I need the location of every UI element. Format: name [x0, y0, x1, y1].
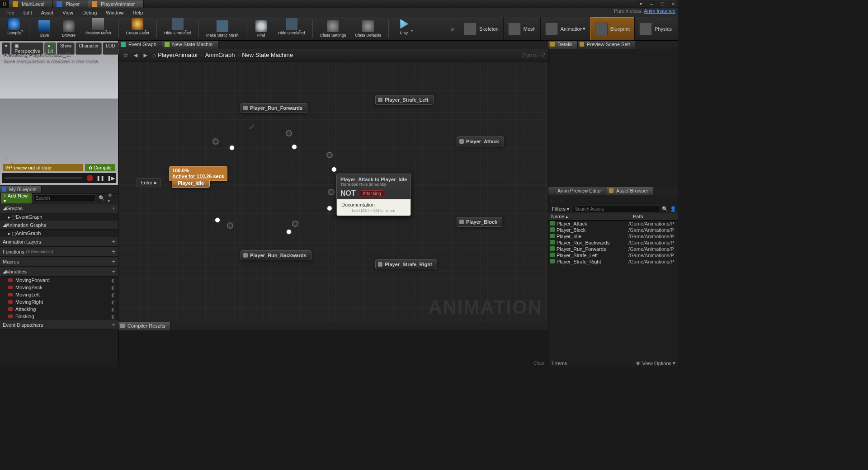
variable-item[interactable]: MovingRight◧: [0, 298, 118, 306]
graph-tab-state-machine[interactable]: New State Machin: [162, 41, 218, 49]
transition-icon[interactable]: [292, 221, 298, 227]
preview-viewport[interactable]: ▾ ▣ Perspective ● Lit Show Character LOD…: [0, 41, 118, 185]
mode-overflow-icon[interactable]: »: [446, 25, 459, 33]
var-visibility-icon[interactable]: ◧: [111, 314, 115, 319]
asset-row[interactable]: Player_Strafe_Right/Game/Animations/P: [548, 258, 678, 265]
favorite-icon[interactable]: ☆: [123, 52, 129, 59]
transition-icon[interactable]: [326, 205, 333, 212]
nav-forward-button[interactable]: ►: [142, 52, 149, 59]
entry-node[interactable]: Entry: [137, 178, 161, 187]
state-node-idle[interactable]: Player_Idle: [172, 178, 210, 188]
clear-button[interactable]: Clear: [533, 361, 544, 366]
viewport-lod-button[interactable]: LOD: [103, 42, 118, 55]
add-variable-button[interactable]: +: [112, 268, 115, 275]
add-graph-button[interactable]: +: [112, 205, 115, 212]
asset-row[interactable]: Player_Idle/Game/Animations/P: [548, 233, 678, 240]
breadcrumb-item[interactable]: PlayerAnimator: [158, 52, 198, 58]
preview-mesh-button[interactable]: Preview Mesh: [82, 16, 115, 41]
macros-category[interactable]: Macros+: [0, 257, 118, 267]
menu-help[interactable]: Help: [128, 9, 147, 16]
asset-row[interactable]: Player_Strafe_Left/Game/Animations/P: [548, 252, 678, 258]
animation-graphs-category[interactable]: ◢Animation Graphs: [0, 221, 118, 230]
parent-class-link[interactable]: Anim Instance: [644, 8, 675, 14]
mode-tab-physics[interactable]: Physics: [634, 17, 676, 40]
variables-category[interactable]: ◢Variables+: [0, 267, 118, 277]
variable-item[interactable]: MovingLeft◧: [0, 291, 118, 298]
timeline-slider[interactable]: [5, 177, 82, 179]
transition-icon[interactable]: [328, 189, 335, 195]
variable-item[interactable]: Attacking◧: [0, 306, 118, 313]
view-options-icon[interactable]: 👁 ▾: [108, 193, 116, 204]
state-node-block[interactable]: Player_Block: [457, 217, 502, 227]
asset-row[interactable]: Player_Run_Backwards/Game/Animations/P: [548, 240, 678, 246]
asset-row[interactable]: Player_Run_Forwards/Game/Animations/P: [548, 246, 678, 252]
menu-view[interactable]: View: [58, 9, 78, 16]
class-defaults-button[interactable]: Class Defaults: [351, 19, 385, 39]
window-tab-player[interactable]: Player: [53, 0, 88, 8]
asset-row[interactable]: Player_Block/Game/Animations/P: [548, 227, 678, 233]
make-static-mesh-button[interactable]: Make Static Mesh: [203, 19, 242, 39]
variable-item[interactable]: Blocking◧: [0, 313, 118, 320]
breadcrumb-item[interactable]: New State Machine: [242, 52, 293, 58]
transition-icon[interactable]: [212, 138, 219, 145]
state-node-strafe-right[interactable]: Player_Strafe_Right: [375, 259, 437, 269]
menu-file[interactable]: File: [2, 9, 19, 16]
asset-options-icon[interactable]: 👤: [670, 206, 676, 212]
save-button[interactable]: Save: [33, 19, 56, 39]
transition-icon[interactable]: [331, 166, 337, 173]
variable-item[interactable]: MovingBack◧: [0, 284, 118, 291]
state-node-attack[interactable]: Player_Attack: [457, 136, 504, 146]
column-path[interactable]: Path: [630, 213, 678, 220]
var-visibility-icon[interactable]: ◧: [111, 307, 115, 312]
transition-icon[interactable]: [326, 152, 333, 158]
menu-window[interactable]: Window: [101, 9, 128, 16]
window-tab-playeranimator[interactable]: PlayerAnimator: [88, 0, 143, 8]
state-node-strafe-left[interactable]: Player_Strafe_Left: [375, 95, 434, 105]
column-name[interactable]: Name ▴: [548, 213, 630, 220]
maximize-button[interactable]: ☐: [657, 1, 667, 7]
var-visibility-icon[interactable]: ◧: [111, 292, 115, 297]
add-dispatcher-button[interactable]: +: [112, 321, 115, 328]
graph-tab-eventgraph[interactable]: Event Graph: [118, 41, 162, 49]
asset-search-input[interactable]: [573, 206, 660, 212]
pause-button[interactable]: ❚❚: [96, 175, 104, 181]
menu-asset[interactable]: Asset: [37, 9, 58, 16]
asset-nav-forward[interactable]: →: [558, 197, 563, 202]
graphs-category[interactable]: ◢Graphs+: [0, 203, 118, 213]
asset-row[interactable]: Player_Attack/Game/Animations/P: [548, 221, 678, 227]
preview-scene-tab[interactable]: Preview Scene Sett: [578, 41, 635, 49]
step-button[interactable]: ❚▶: [107, 175, 115, 181]
transition-icon[interactable]: [286, 130, 292, 136]
compiler-results-tab[interactable]: Compiler Results: [118, 322, 170, 330]
transition-icon[interactable]: [291, 144, 297, 150]
window-dropdown-icon[interactable]: ▾: [636, 1, 646, 7]
details-tab[interactable]: Details: [548, 41, 578, 49]
mode-tab-blueprint[interactable]: Blueprint: [590, 17, 634, 40]
state-node-run-backwards[interactable]: Player_Run_Backwards: [241, 250, 311, 260]
transition-icon[interactable]: [227, 222, 233, 229]
state-node-run-forwards[interactable]: Player_Run_Forwards: [241, 103, 307, 113]
class-settings-button[interactable]: Class Settings: [316, 19, 350, 39]
find-button[interactable]: Find: [250, 19, 273, 39]
mode-tab-skeleton[interactable]: Skeleton: [459, 17, 503, 40]
my-blueprint-search[interactable]: [33, 194, 95, 202]
var-visibility-icon[interactable]: ◧: [111, 278, 115, 283]
mode-tab-mesh[interactable]: Mesh: [503, 17, 540, 40]
var-visibility-icon[interactable]: ◧: [111, 285, 115, 290]
add-layer-button[interactable]: +: [112, 238, 115, 245]
view-options-button[interactable]: 👁 View Options ▾: [636, 360, 675, 366]
menu-edit[interactable]: Edit: [19, 9, 37, 16]
play-button[interactable]: Play: [392, 16, 415, 41]
functions-category[interactable]: Functions(3 Overridable)+: [0, 247, 118, 257]
add-macro-button[interactable]: +: [112, 258, 115, 265]
window-tab-mainlevel[interactable]: MainLevel: [9, 0, 53, 8]
minimize-button[interactable]: ‒: [646, 1, 656, 7]
anim-preview-editor-tab[interactable]: Anim Preview Editor: [548, 187, 607, 195]
viewport-compile-button[interactable]: ✿ Compile: [85, 164, 115, 171]
transition-icon[interactable]: [214, 217, 221, 223]
add-new-button[interactable]: + Add New ▾: [1, 192, 32, 204]
event-dispatchers-category[interactable]: Event Dispatchers+: [0, 320, 118, 330]
create-asset-button[interactable]: Create Asset: [123, 16, 153, 41]
transition-icon[interactable]: [229, 145, 235, 151]
asset-nav-back[interactable]: ←: [550, 197, 555, 202]
